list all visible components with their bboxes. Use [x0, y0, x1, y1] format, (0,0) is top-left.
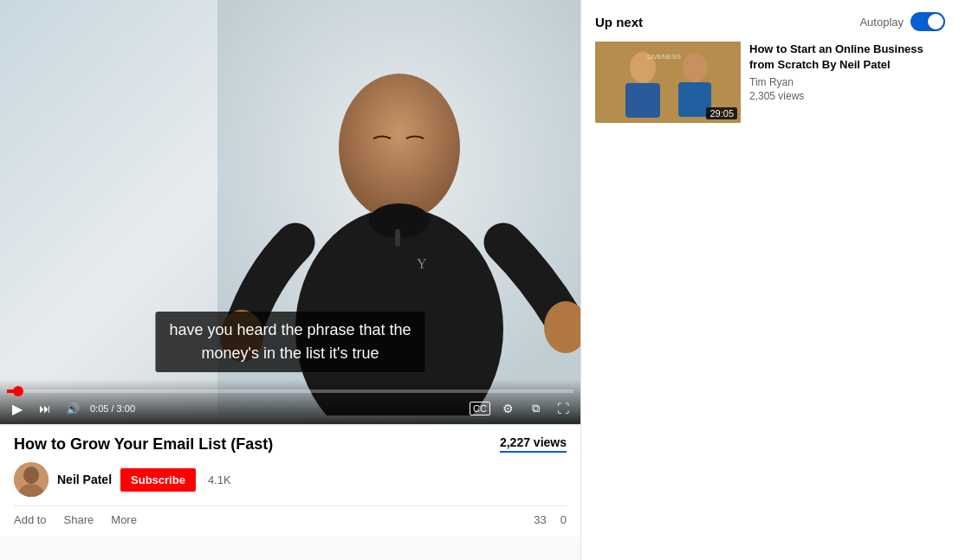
subtitle-line1: have you heard the phrase that the: [169, 321, 411, 338]
miniplayer-button[interactable]: ⧉: [525, 398, 546, 419]
svg-rect-8: [395, 229, 400, 247]
controls-row: ▶ ⏭ 🔊 0:05 / 3:00: [7, 398, 573, 419]
skip-button[interactable]: ⏭: [35, 398, 55, 419]
autoplay-toggle[interactable]: [910, 12, 945, 31]
toggle-knob: [928, 14, 943, 29]
subtitle-box: have you heard the phrase that the money…: [155, 312, 424, 372]
video-controls: ▶ ⏭ 🔊 0:05 / 3:00: [0, 379, 580, 424]
current-time: 0:05: [90, 403, 108, 414]
subscribe-button[interactable]: Subscribe: [120, 468, 196, 492]
like-dislike-group: 33 0: [534, 513, 567, 526]
progress-bar[interactable]: [7, 389, 573, 393]
svg-point-3: [339, 74, 460, 221]
channel-avatar[interactable]: [14, 462, 49, 497]
svg-text:Y: Y: [417, 256, 427, 271]
actions-row: Add to Share More 33 0: [14, 505, 567, 526]
total-time: 3:00: [117, 403, 135, 414]
left-panel: Y have you heard the phrase that the mon…: [0, 0, 580, 560]
skip-icon: ⏭: [39, 402, 51, 415]
rec-thumbnail: LIVENESS 29:05: [595, 42, 741, 123]
video-title: How to Grow Your Email List (Fast): [14, 435, 273, 454]
svg-point-16: [683, 53, 707, 82]
cc-button[interactable]: CC: [470, 398, 490, 419]
settings-icon: ⚙: [502, 402, 514, 415]
more-button[interactable]: More: [111, 513, 137, 526]
svg-point-10: [23, 467, 39, 484]
main-layout: Y have you heard the phrase that the mon…: [0, 0, 959, 560]
video-player[interactable]: Y have you heard the phrase that the mon…: [0, 0, 580, 424]
up-next-header: Up next Autoplay: [595, 12, 945, 31]
miniplayer-icon: ⧉: [532, 402, 540, 415]
svg-text:LIVENESS: LIVENESS: [647, 53, 681, 61]
channel-info: Neil Patel: [57, 473, 112, 486]
dislike-count[interactable]: 0: [560, 513, 567, 526]
like-count[interactable]: 33: [534, 513, 546, 526]
time-display: 0:05 / 3:00: [90, 403, 135, 414]
rec-views: 2,305 views: [749, 90, 945, 102]
view-count: 2,227 views: [500, 435, 567, 449]
video-info: How to Grow Your Email List (Fast) 2,227…: [0, 424, 580, 537]
subtitle-line2: money's in the list it's true: [202, 344, 379, 362]
recommended-video-card[interactable]: LIVENESS 29:05 How to Start an Online Bu…: [595, 42, 945, 123]
right-controls: CC ⚙ ⧉ ⛶: [470, 398, 573, 419]
play-button[interactable]: ▶: [7, 398, 28, 419]
subscriber-count: 4.1K: [208, 473, 231, 486]
autoplay-label: Autoplay: [859, 16, 904, 29]
cc-icon: CC: [470, 402, 490, 415]
progress-dot: [13, 386, 23, 396]
rec-channel: Tim Ryan: [749, 76, 945, 88]
volume-button[interactable]: 🔊: [62, 398, 83, 419]
rec-info: How to Start an Online Business from Scr…: [749, 42, 945, 123]
channel-row: Neil Patel Subscribe 4.1K: [14, 462, 567, 497]
svg-rect-15: [625, 83, 660, 118]
share-button[interactable]: Share: [64, 513, 94, 526]
add-to-button[interactable]: Add to: [14, 513, 47, 526]
channel-name: Neil Patel: [57, 473, 112, 486]
rec-title: How to Start an Online Business from Scr…: [749, 42, 945, 73]
avatar-image: [14, 462, 49, 497]
rec-duration: 29:05: [706, 107, 737, 119]
volume-icon: 🔊: [66, 402, 80, 415]
settings-button[interactable]: ⚙: [497, 398, 518, 419]
fullscreen-icon: ⛶: [557, 402, 569, 415]
fullscreen-button[interactable]: ⛶: [553, 398, 573, 419]
up-next-label: Up next: [595, 15, 643, 29]
autoplay-row: Autoplay: [859, 12, 945, 31]
play-icon: ▶: [12, 401, 23, 417]
right-panel: Up next Autoplay: [580, 0, 959, 560]
